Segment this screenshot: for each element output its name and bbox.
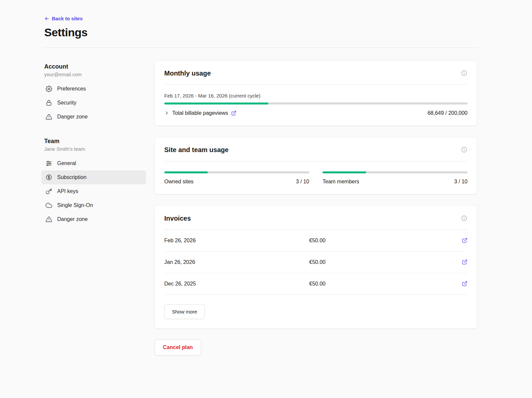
site-team-usage-card: Site and team usage Owned sites 3 / 10 [155,137,477,194]
sidebar-item-label: Subscription [57,174,86,180]
team-heading: Team [44,138,146,145]
info-icon[interactable] [461,146,467,153]
page-header: Back to sites Settings [44,16,477,48]
sidebar-item-single-sign-on[interactable]: Single Sign-On [41,198,146,212]
sidebar-item-subscription[interactable]: Subscription [41,170,146,184]
billing-cycle-text: Feb 17, 2026 - Mar 16, 2026 (current cyc… [164,93,467,99]
pageviews-progress-fill [164,102,268,104]
invoices-title: Invoices [164,215,191,222]
invoice-amount: €50.00 [309,259,454,265]
invoice-external-link-icon[interactable] [462,281,467,287]
lock-icon [46,100,52,106]
sidebar-item-label: Danger zone [57,216,88,222]
warning-triangle-icon [46,113,52,120]
sidebar-item-label: Security [57,100,76,106]
sidebar-item-label: Preferences [57,86,86,92]
owned-sites-progress-fill [164,171,208,173]
key-icon [46,188,52,195]
monthly-usage-card: Monthly usage Feb 17, 2026 - Mar 16, 202… [155,61,477,126]
site-team-usage-title: Site and team usage [164,146,228,154]
team-members-label: Team members [323,179,359,185]
cancel-plan-button[interactable]: Cancel plan [155,339,201,355]
owned-sites-value: 3 / 10 [296,179,309,185]
team-nav: General Subscription API keys [41,156,146,226]
back-arrow-icon [44,16,50,21]
owned-sites-progress-bar [164,171,309,173]
settings-main: Monthly usage Feb 17, 2026 - Mar 16, 202… [155,61,477,355]
invoice-amount: €50.00 [309,238,454,244]
dollar-circle-icon [46,174,52,181]
invoices-card: Invoices Feb 26, 2026 €50.00 Jan 26, 202… [155,206,477,329]
team-section: Team Jane Smith's team General Subscript… [44,138,146,226]
invoice-date: Feb 26, 2026 [164,238,309,244]
monthly-usage-title: Monthly usage [164,70,211,77]
sidebar-item-security[interactable]: Security [41,96,146,110]
sidebar-item-general[interactable]: General [41,156,146,170]
page-title: Settings [44,26,477,39]
invoice-date: Dec 26, 2025 [164,281,309,287]
settings-sidebar: Account your@email.com Preferences Secur… [44,61,146,355]
sliders-icon [46,160,52,167]
sidebar-item-label: Single Sign-On [57,202,93,208]
invoice-external-link-icon[interactable] [462,238,467,243]
sidebar-item-danger-zone-account[interactable]: Danger zone [41,110,146,124]
show-more-button[interactable]: Show more [164,304,205,319]
info-icon[interactable] [461,70,467,77]
settings-page: Back to sites Settings Account your@emai… [44,0,477,355]
invoice-row: Jan 26, 2026 €50.00 [164,252,467,273]
pageviews-label: Total billable pageviews [172,110,228,116]
owned-sites-meter: Owned sites 3 / 10 [164,171,309,185]
invoice-row: Feb 26, 2026 €50.00 [164,230,467,252]
invoice-date: Jan 26, 2026 [164,259,309,265]
sidebar-item-label: Danger zone [57,114,88,120]
chevron-right-icon [164,110,169,115]
warning-triangle-icon [46,216,52,223]
back-to-sites-link[interactable]: Back to sites [44,16,83,21]
sidebar-item-label: General [57,160,76,166]
pageviews-progress-bar [164,102,467,104]
owned-sites-label: Owned sites [164,179,194,185]
info-icon[interactable] [461,215,467,222]
cloud-icon [46,202,52,209]
invoice-row: Dec 26, 2025 €50.00 [164,273,467,295]
back-link-label: Back to sites [52,16,83,21]
pageviews-value: 68,649 / 200,000 [428,110,467,116]
team-name: Jane Smith's team [44,146,146,152]
account-nav: Preferences Security Danger zone [41,82,146,124]
account-section: Account your@email.com Preferences Secur… [44,63,146,124]
sidebar-item-api-keys[interactable]: API keys [41,184,146,198]
external-link-icon[interactable] [231,110,236,116]
sidebar-item-label: API keys [57,188,78,194]
gear-icon [46,86,52,92]
team-members-progress-bar [323,171,467,173]
pageviews-row: Total billable pageviews 68,649 / 200,00… [164,110,467,116]
sidebar-item-preferences[interactable]: Preferences [41,82,146,96]
team-members-value: 3 / 10 [454,179,467,185]
pageviews-expand-toggle[interactable]: Total billable pageviews [164,110,236,116]
sidebar-item-danger-zone-team[interactable]: Danger zone [41,212,146,226]
account-heading: Account [44,63,146,70]
account-email: your@email.com [44,72,146,77]
card-divider [164,161,467,161]
invoice-external-link-icon[interactable] [462,259,467,265]
card-divider [164,85,467,85]
team-members-progress-fill [323,171,366,173]
team-members-meter: Team members 3 / 10 [323,171,467,185]
invoice-amount: €50.00 [309,281,454,287]
